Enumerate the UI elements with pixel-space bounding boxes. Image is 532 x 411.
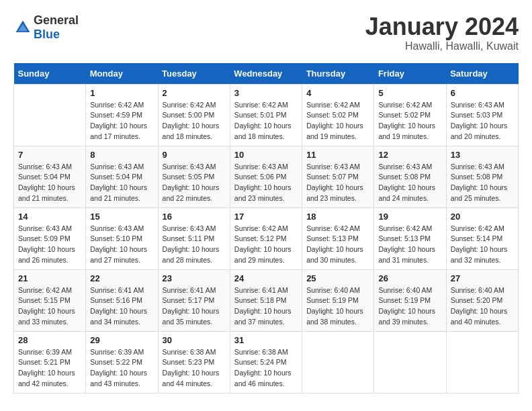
calendar-week-row: 1Sunrise: 6:42 AMSunset: 4:59 PMDaylight… — [14, 84, 519, 146]
day-number: 18 — [306, 212, 369, 222]
day-number: 1 — [90, 88, 153, 98]
day-detail: Sunrise: 6:39 AMSunset: 5:22 PMDaylight:… — [90, 347, 153, 390]
header-friday: Friday — [374, 63, 446, 85]
day-detail: Sunrise: 6:42 AMSunset: 5:13 PMDaylight:… — [306, 224, 369, 266]
calendar-cell: 9Sunrise: 6:43 AMSunset: 5:05 PMDaylight… — [158, 146, 230, 208]
weekday-header-row: Sunday Monday Tuesday Wednesday Thursday… — [14, 63, 519, 85]
day-number: 3 — [234, 88, 298, 98]
calendar-cell: 28Sunrise: 6:39 AMSunset: 5:21 PMDayligh… — [14, 331, 86, 393]
day-detail: Sunrise: 6:42 AMSunset: 5:02 PMDaylight:… — [306, 100, 369, 142]
header-sunday: Sunday — [14, 63, 86, 85]
calendar-cell: 27Sunrise: 6:40 AMSunset: 5:20 PMDayligh… — [446, 269, 518, 331]
day-detail: Sunrise: 6:43 AMSunset: 5:11 PMDaylight:… — [163, 224, 226, 266]
day-number: 17 — [234, 212, 298, 222]
day-number: 30 — [163, 335, 226, 345]
logo-general: General — [34, 13, 79, 27]
day-detail: Sunrise: 6:43 AMSunset: 5:08 PMDaylight:… — [378, 162, 441, 204]
calendar-cell: 16Sunrise: 6:43 AMSunset: 5:11 PMDayligh… — [158, 208, 230, 269]
day-detail: Sunrise: 6:43 AMSunset: 5:07 PMDaylight:… — [306, 162, 369, 204]
day-number: 15 — [90, 212, 153, 222]
day-number: 13 — [451, 150, 514, 160]
day-number: 4 — [306, 88, 369, 98]
day-detail: Sunrise: 6:43 AMSunset: 5:06 PMDaylight:… — [234, 162, 298, 204]
day-number: 11 — [306, 150, 369, 160]
day-detail: Sunrise: 6:40 AMSunset: 5:19 PMDaylight:… — [378, 285, 441, 328]
day-detail: Sunrise: 6:39 AMSunset: 5:21 PMDaylight:… — [18, 347, 81, 390]
header-tuesday: Tuesday — [158, 63, 230, 85]
day-number: 12 — [378, 150, 441, 160]
day-number: 27 — [451, 273, 514, 283]
header-wednesday: Wednesday — [230, 63, 302, 85]
day-number: 8 — [90, 150, 153, 160]
day-number: 19 — [378, 212, 441, 222]
day-detail: Sunrise: 6:42 AMSunset: 5:00 PMDaylight:… — [163, 100, 226, 142]
calendar-cell: 24Sunrise: 6:41 AMSunset: 5:18 PMDayligh… — [230, 269, 302, 331]
calendar-cell: 5Sunrise: 6:42 AMSunset: 5:02 PMDaylight… — [374, 84, 446, 146]
calendar-cell: 26Sunrise: 6:40 AMSunset: 5:19 PMDayligh… — [374, 269, 446, 331]
header-thursday: Thursday — [302, 63, 374, 85]
day-detail: Sunrise: 6:38 AMSunset: 5:24 PMDaylight:… — [234, 347, 298, 390]
calendar-cell: 22Sunrise: 6:41 AMSunset: 5:16 PMDayligh… — [86, 269, 158, 331]
day-number: 14 — [18, 212, 81, 222]
calendar-cell — [374, 331, 446, 393]
calendar-week-row: 7Sunrise: 6:43 AMSunset: 5:04 PMDaylight… — [14, 146, 519, 208]
day-detail: Sunrise: 6:42 AMSunset: 5:15 PMDaylight:… — [18, 285, 81, 328]
calendar-cell: 25Sunrise: 6:40 AMSunset: 5:19 PMDayligh… — [302, 269, 374, 331]
day-detail: Sunrise: 6:40 AMSunset: 5:20 PMDaylight:… — [451, 285, 514, 328]
title-section: January 2024 Hawalli, Hawalli, Kuwait — [365, 13, 519, 52]
calendar-cell: 17Sunrise: 6:42 AMSunset: 5:12 PMDayligh… — [230, 208, 302, 269]
day-detail: Sunrise: 6:41 AMSunset: 5:17 PMDaylight:… — [163, 285, 226, 328]
calendar-title: January 2024 — [365, 13, 519, 40]
calendar-cell: 23Sunrise: 6:41 AMSunset: 5:17 PMDayligh… — [158, 269, 230, 331]
calendar-cell: 19Sunrise: 6:42 AMSunset: 5:13 PMDayligh… — [374, 208, 446, 269]
day-detail: Sunrise: 6:38 AMSunset: 5:23 PMDaylight:… — [163, 347, 226, 390]
day-detail: Sunrise: 6:41 AMSunset: 5:18 PMDaylight:… — [234, 285, 298, 328]
day-number: 22 — [90, 273, 153, 283]
day-number: 31 — [234, 335, 298, 345]
day-detail: Sunrise: 6:42 AMSunset: 5:12 PMDaylight:… — [234, 224, 298, 266]
day-number: 10 — [234, 150, 298, 160]
day-detail: Sunrise: 6:43 AMSunset: 5:04 PMDaylight:… — [18, 162, 81, 204]
calendar-cell: 15Sunrise: 6:43 AMSunset: 5:10 PMDayligh… — [86, 208, 158, 269]
calendar-cell: 21Sunrise: 6:42 AMSunset: 5:15 PMDayligh… — [14, 269, 86, 331]
logo-blue: Blue — [34, 28, 60, 41]
header-saturday: Saturday — [446, 63, 518, 85]
calendar-cell — [302, 331, 374, 393]
day-detail: Sunrise: 6:42 AMSunset: 5:14 PMDaylight:… — [451, 224, 514, 266]
day-number: 28 — [18, 335, 81, 345]
calendar-cell: 11Sunrise: 6:43 AMSunset: 5:07 PMDayligh… — [302, 146, 374, 208]
day-detail: Sunrise: 6:43 AMSunset: 5:09 PMDaylight:… — [18, 224, 81, 266]
calendar-cell: 6Sunrise: 6:43 AMSunset: 5:03 PMDaylight… — [446, 84, 518, 146]
calendar-cell: 14Sunrise: 6:43 AMSunset: 5:09 PMDayligh… — [14, 208, 86, 269]
header-monday: Monday — [86, 63, 158, 85]
day-detail: Sunrise: 6:41 AMSunset: 5:16 PMDaylight:… — [90, 285, 153, 328]
day-number: 7 — [18, 150, 81, 160]
day-detail: Sunrise: 6:43 AMSunset: 5:08 PMDaylight:… — [451, 162, 514, 204]
calendar-cell: 8Sunrise: 6:43 AMSunset: 5:04 PMDaylight… — [86, 146, 158, 208]
day-number: 23 — [163, 273, 226, 283]
day-detail: Sunrise: 6:43 AMSunset: 5:04 PMDaylight:… — [90, 162, 153, 204]
day-number: 16 — [163, 212, 226, 222]
day-detail: Sunrise: 6:42 AMSunset: 5:02 PMDaylight:… — [378, 100, 441, 142]
day-number: 29 — [90, 335, 153, 345]
calendar-cell: 31Sunrise: 6:38 AMSunset: 5:24 PMDayligh… — [230, 331, 302, 393]
logo: General Blue — [13, 13, 79, 42]
day-number: 21 — [18, 273, 81, 283]
day-number: 24 — [234, 273, 298, 283]
day-detail: Sunrise: 6:42 AMSunset: 4:59 PMDaylight:… — [90, 100, 153, 142]
day-detail: Sunrise: 6:42 AMSunset: 5:13 PMDaylight:… — [378, 224, 441, 266]
calendar-week-row: 21Sunrise: 6:42 AMSunset: 5:15 PMDayligh… — [14, 269, 519, 331]
day-detail: Sunrise: 6:42 AMSunset: 5:01 PMDaylight:… — [234, 100, 298, 142]
logo-icon — [13, 18, 32, 37]
calendar-cell: 18Sunrise: 6:42 AMSunset: 5:13 PMDayligh… — [302, 208, 374, 269]
day-number: 26 — [378, 273, 441, 283]
calendar-subtitle: Hawalli, Hawalli, Kuwait — [365, 40, 519, 52]
calendar-cell: 12Sunrise: 6:43 AMSunset: 5:08 PMDayligh… — [374, 146, 446, 208]
calendar-cell: 7Sunrise: 6:43 AMSunset: 5:04 PMDaylight… — [14, 146, 86, 208]
day-number: 20 — [451, 212, 514, 222]
day-detail: Sunrise: 6:43 AMSunset: 5:03 PMDaylight:… — [451, 100, 514, 142]
day-detail: Sunrise: 6:40 AMSunset: 5:19 PMDaylight:… — [306, 285, 369, 328]
day-number: 6 — [451, 88, 514, 98]
day-number: 2 — [163, 88, 226, 98]
day-number: 5 — [378, 88, 441, 98]
